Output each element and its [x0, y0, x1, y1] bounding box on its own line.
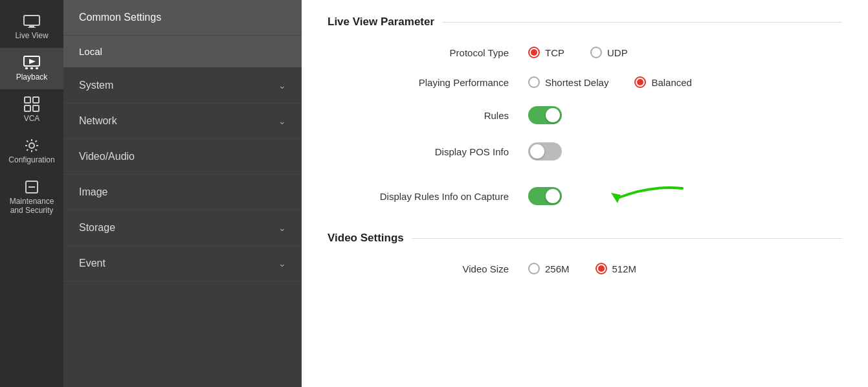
svg-rect-10 [25, 105, 30, 111]
radio-circle-512m [595, 263, 607, 274]
monitor-icon [23, 14, 41, 28]
nav-sub-item-local[interactable]: Local [63, 36, 302, 68]
chevron-down-icon: ⌄ [278, 223, 286, 233]
row-label: Display Rules Info on Capture [340, 191, 509, 202]
radio-circle-tcp [528, 47, 540, 58]
radio-shortest-delay[interactable]: Shortest Delay [528, 76, 608, 88]
sidebar-item-label: Configuration [8, 155, 54, 164]
row-display-pos-info: Display POS Info [328, 142, 842, 160]
section-live-view-parameter: Live View Parameter [328, 16, 842, 28]
section-title: Video Settings [328, 232, 404, 245]
toggle-display-rules-info[interactable] [528, 187, 562, 205]
nav-item-label: Video/Audio [79, 151, 135, 162]
sidebar-item-label: Playback [16, 72, 48, 82]
svg-rect-7 [36, 67, 38, 69]
svg-rect-11 [33, 105, 39, 111]
toggle-rules[interactable] [528, 106, 562, 124]
chevron-down-icon: ⌄ [278, 258, 286, 269]
row-protocol-type: Protocol Type TCP UDP [328, 47, 842, 58]
nav-item-label: Image [79, 186, 107, 198]
row-controls: 256M 512M [528, 263, 636, 274]
svg-rect-1 [29, 26, 34, 27]
nav-item-network[interactable]: Network ⌄ [63, 104, 302, 139]
row-controls: Shortest Delay Balanced [528, 76, 692, 88]
radio-label-tcp: TCP [545, 47, 564, 58]
radio-label-shortest-delay: Shortest Delay [545, 77, 608, 88]
nav-item-storage[interactable]: Storage ⌄ [63, 210, 302, 246]
row-controls: TCP UDP [528, 47, 628, 58]
svg-rect-0 [24, 16, 39, 25]
sidebar-item-label: VCA [24, 114, 40, 123]
radio-label-udp: UDP [607, 47, 628, 58]
sidebar-item-maintenance[interactable]: Maintenance and Security [0, 172, 63, 223]
row-label: Video Size [340, 263, 509, 274]
green-arrow-annotation [598, 179, 689, 214]
row-playing-performance: Playing Performance Shortest Delay Balan… [328, 76, 842, 88]
row-label: Protocol Type [340, 47, 509, 58]
nav-item-event[interactable]: Event ⌄ [63, 246, 302, 282]
svg-rect-9 [33, 97, 39, 103]
section-divider [442, 22, 842, 23]
svg-marker-4 [29, 59, 36, 64]
row-label: Rules [340, 110, 509, 121]
row-controls [528, 106, 562, 124]
row-label: Display POS Info [340, 146, 509, 157]
radio-label-512m: 512M [612, 263, 637, 274]
play-icon [23, 56, 41, 70]
nav-sub-item-label: Local [79, 46, 102, 57]
row-controls [528, 142, 562, 160]
toggle-knob-rules-info [546, 189, 560, 203]
row-label: Playing Performance [340, 77, 509, 88]
radio-512m[interactable]: 512M [595, 263, 637, 274]
nav-panel: Common Settings Local System ⌄ Network ⌄… [63, 0, 302, 387]
toggle-display-pos-info[interactable] [528, 142, 562, 160]
radio-udp[interactable]: UDP [590, 47, 628, 58]
sidebar-item-vca[interactable]: VCA [0, 89, 63, 131]
grid-icon [23, 97, 41, 111]
sidebar-item-label: Live View [15, 31, 48, 40]
svg-rect-6 [30, 67, 33, 69]
toggle-knob-rules [546, 108, 560, 122]
wrench-icon [23, 180, 41, 194]
radio-circle-balanced [634, 76, 646, 88]
main-content: Live View Parameter Protocol Type TCP UD… [302, 0, 868, 387]
nav-item-label: Event [79, 258, 106, 269]
sidebar-item-live-view[interactable]: Live View [0, 6, 63, 48]
nav-item-label: Network [79, 115, 117, 127]
section-title: Live View Parameter [328, 16, 434, 28]
gear-icon [23, 138, 41, 153]
section-video-settings: Video Settings [328, 232, 842, 245]
chevron-down-icon: ⌄ [278, 116, 286, 126]
radio-circle-shortest-delay [528, 76, 540, 88]
nav-item-video-audio[interactable]: Video/Audio [63, 139, 302, 175]
sidebar-item-label: Maintenance and Security [3, 197, 60, 215]
sidebar: Live View Playback VCA [0, 0, 63, 387]
chevron-down-icon: ⌄ [278, 80, 286, 91]
svg-rect-2 [28, 27, 36, 28]
section-divider [412, 238, 842, 239]
nav-item-label: Storage [79, 222, 115, 234]
row-controls [528, 179, 689, 214]
row-video-size: Video Size 256M 512M [328, 263, 842, 274]
radio-label-balanced: Balanced [651, 77, 692, 88]
svg-rect-5 [25, 67, 28, 69]
nav-item-system[interactable]: System ⌄ [63, 68, 302, 104]
svg-marker-15 [611, 193, 621, 203]
nav-item-label: System [79, 80, 113, 91]
sidebar-item-playback[interactable]: Playback [0, 48, 63, 89]
nav-item-label: Common Settings [79, 12, 161, 23]
radio-256m[interactable]: 256M [528, 263, 570, 274]
row-rules: Rules [328, 106, 842, 124]
sidebar-item-configuration[interactable]: Configuration [0, 131, 63, 172]
radio-label-256m: 256M [545, 263, 570, 274]
nav-item-common-settings[interactable]: Common Settings [63, 0, 302, 36]
radio-tcp[interactable]: TCP [528, 47, 564, 58]
svg-rect-8 [25, 97, 30, 103]
nav-item-image[interactable]: Image [63, 175, 302, 210]
radio-balanced[interactable]: Balanced [634, 76, 692, 88]
svg-point-12 [29, 143, 34, 148]
row-display-rules-info: Display Rules Info on Capture [328, 179, 842, 214]
radio-circle-udp [590, 47, 602, 58]
radio-circle-256m [528, 263, 540, 274]
toggle-knob-pos [530, 144, 544, 159]
